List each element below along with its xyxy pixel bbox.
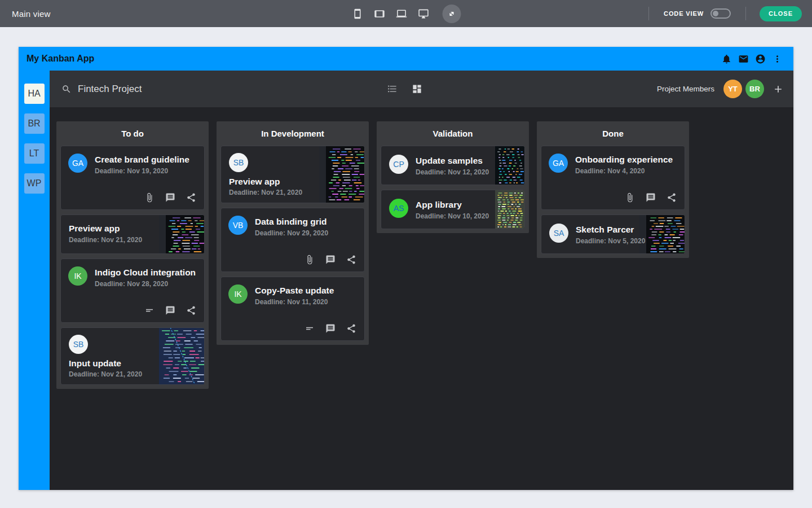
card-deadline: Deadline: Nov 4, 2020 [575, 167, 673, 175]
kanban-card-update-samples[interactable]: CPUpdate samplesDeadline: Nov 12, 2020 [381, 146, 525, 185]
close-button[interactable]: CLOSE [760, 6, 802, 21]
view-title: Main view [12, 9, 51, 19]
kanban-card-create-brand-guideline[interactable]: GACreate brand guidelineDeadline: Nov 19… [60, 146, 205, 210]
preview-topbar: Main view CODE VIEW CLOSE [0, 0, 812, 27]
share-icon[interactable] [346, 323, 356, 334]
member-avatar-br[interactable]: BR [745, 80, 764, 98]
kanban-column-validation: ValidationCPUpdate samplesDeadline: Nov … [377, 121, 529, 233]
card-deadline: Deadline: Nov 29, 2020 [255, 229, 328, 237]
card-title: Update samples [416, 156, 489, 166]
comment-icon[interactable] [165, 305, 175, 316]
member-avatar-group: YTBR [723, 80, 767, 98]
share-icon[interactable] [346, 255, 356, 265]
search-icon [61, 84, 72, 94]
column-title: In Development [217, 121, 369, 146]
kanban-card-preview-app[interactable]: SBPreview appDeadline: Nov 21, 2020 [220, 146, 365, 203]
app-header: My Kanban App [19, 47, 793, 71]
phone-icon[interactable] [351, 7, 364, 20]
tablet-icon[interactable] [373, 7, 386, 20]
card-deadline: Deadline: Nov 21, 2020 [69, 370, 196, 378]
kanban-column-in-development: In DevelopmentSBPreview appDeadline: Nov… [217, 121, 369, 345]
expand-icon[interactable] [443, 5, 461, 23]
card-head: GACreate brand guidelineDeadline: Nov 19… [68, 154, 197, 175]
sidebar-user-avatar-ha[interactable]: HA [24, 84, 45, 104]
card-avatar-ga: GA [68, 154, 87, 173]
card-text: Sketch ParcerDeadline: Nov 5, 2020 [576, 224, 645, 245]
user-rail: HABRLTWP [19, 71, 50, 490]
divider [745, 7, 746, 20]
kanban-card-input-update[interactable]: SBInput updateDeadline: Nov 21, 2020 [60, 327, 205, 385]
plus-icon[interactable] [773, 84, 784, 95]
card-head: IKCopy-Paste updateDeadline: Nov 11, 202… [228, 284, 357, 306]
attachment-icon[interactable] [304, 255, 315, 265]
list-view-icon[interactable] [387, 84, 398, 94]
attachment-icon[interactable] [144, 192, 155, 203]
card-actions [625, 192, 677, 203]
card-title: Create brand guideline [95, 155, 189, 165]
column-title: To do [56, 121, 209, 146]
card-title: Data binding grid [255, 217, 328, 227]
account-icon[interactable] [754, 53, 766, 65]
card-avatar-vb: VB [228, 216, 248, 235]
code-view-label: CODE VIEW [664, 10, 704, 17]
card-deadline: Deadline: Nov 11, 2020 [255, 298, 334, 306]
sidebar-user-avatar-lt[interactable]: LT [24, 143, 45, 164]
app-header-icons [721, 53, 783, 65]
card-head: IKIndigo Cloud integrationDeadline: Nov … [68, 266, 197, 288]
comment-icon[interactable] [325, 323, 336, 334]
design-preview-stage: Main view CODE VIEW CLOSE [0, 0, 812, 508]
notes-icon[interactable] [144, 305, 155, 316]
card-deadline: Deadline: Nov 12, 2020 [416, 168, 489, 176]
mail-icon[interactable] [738, 53, 749, 65]
app-body: HABRLTWP Project Members [19, 71, 793, 490]
column-cards: GACreate brand guidelineDeadline: Nov 19… [60, 146, 205, 385]
card-thumbnail [159, 215, 204, 253]
comment-icon[interactable] [646, 192, 656, 203]
laptop-icon[interactable] [395, 7, 408, 20]
code-view-toggle[interactable] [710, 8, 731, 19]
card-actions [144, 305, 196, 316]
notes-icon[interactable] [304, 323, 315, 334]
share-icon[interactable] [186, 305, 196, 316]
kanban-card-onboarding-experience[interactable]: GAOnboarding experienceDeadline: Nov 4, … [541, 146, 685, 210]
kanban-card-indigo-cloud-integration[interactable]: IKIndigo Cloud integrationDeadline: Nov … [60, 259, 205, 323]
card-actions [304, 323, 356, 334]
card-deadline: Deadline: Nov 19, 2020 [95, 167, 189, 175]
device-preview-switcher [351, 5, 461, 23]
kanban-card-copy-paste-update[interactable]: IKCopy-Paste updateDeadline: Nov 11, 202… [220, 277, 365, 341]
search-input[interactable] [78, 84, 264, 95]
kanban-card-app-library[interactable]: ASApp libraryDeadline: Nov 10, 2020 [381, 190, 525, 229]
project-members-label: Project Members [657, 85, 714, 93]
kanban-card-sketch-parcer[interactable]: SASketch ParcerDeadline: Nov 5, 2020 [541, 214, 685, 254]
column-title: Validation [377, 121, 529, 146]
attachment-icon[interactable] [625, 192, 635, 203]
kanban-card-preview-app[interactable]: Preview appDeadline: Nov 21, 2020 [60, 214, 205, 254]
grid-view-icon[interactable] [412, 84, 422, 94]
card-avatar-sb: SB [69, 335, 88, 354]
share-icon[interactable] [667, 192, 677, 203]
sidebar-user-avatar-br[interactable]: BR [24, 113, 45, 134]
desktop-icon[interactable] [417, 7, 430, 20]
card-text: Update samplesDeadline: Nov 12, 2020 [416, 155, 489, 176]
comment-icon[interactable] [325, 255, 336, 265]
app-title: My Kanban App [27, 54, 94, 64]
card-thumbnail [639, 215, 685, 253]
card-avatar-as: AS [389, 199, 408, 218]
kanban-card-data-binding-grid[interactable]: VBData binding gridDeadline: Nov 29, 202… [220, 208, 365, 272]
card-title: Onboarding experience [575, 155, 673, 165]
notifications-icon[interactable] [721, 53, 732, 65]
kanban-column-done: DoneGAOnboarding experienceDeadline: Nov… [537, 121, 689, 258]
card-deadline: Deadline: Nov 10, 2020 [416, 212, 489, 220]
card-avatar-cp: CP [389, 155, 408, 174]
share-icon[interactable] [186, 192, 196, 203]
card-text: Indigo Cloud integrationDeadline: Nov 28… [95, 266, 196, 288]
card-deadline: Deadline: Nov 21, 2020 [69, 236, 196, 244]
more-vertical-icon[interactable] [771, 53, 783, 65]
comment-icon[interactable] [165, 192, 175, 203]
sidebar-user-avatar-wp[interactable]: WP [24, 173, 45, 194]
card-head: VBData binding gridDeadline: Nov 29, 202… [228, 216, 357, 237]
member-avatar-yt[interactable]: YT [723, 80, 742, 98]
column-cards: SBPreview appDeadline: Nov 21, 2020VBDat… [220, 146, 365, 341]
kanban-board: To doGACreate brand guidelineDeadline: N… [50, 107, 793, 490]
divider [648, 7, 649, 20]
